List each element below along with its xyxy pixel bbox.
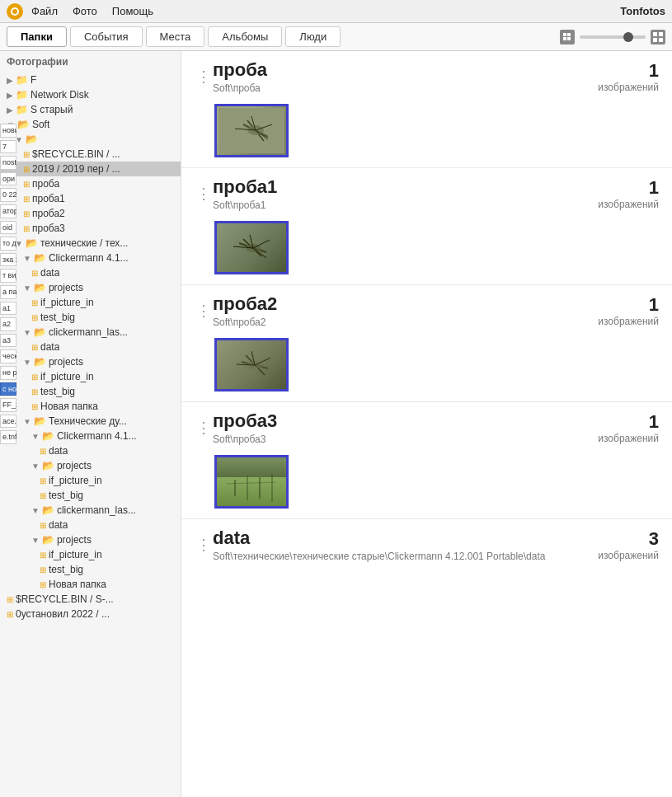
album-thumbnails-proba bbox=[181, 97, 672, 168]
sidebar-item-label: data bbox=[49, 519, 68, 531]
grid-icon: ⊞ bbox=[31, 298, 38, 307]
sidebar-item-if-picture-in4[interactable]: ⊞ if_picture_in bbox=[0, 547, 181, 562]
album-count-proba2: 1 изображений bbox=[598, 294, 659, 327]
sidebar-item-s-staryy[interactable]: ▶ 📁 S старый bbox=[0, 102, 181, 117]
content-area: ⋮ проба Soft\проба 1 изображений bbox=[181, 51, 672, 797]
sidebar-item-test-big2[interactable]: ⊞ test_big bbox=[0, 384, 181, 399]
sidebar-item-test-big3[interactable]: ⊞ test_big bbox=[0, 488, 181, 503]
tooltip-text: oid bbox=[0, 221, 16, 235]
album-count-label-data: изображений bbox=[598, 550, 659, 561]
album-menu-proba3[interactable]: ⋮ bbox=[195, 417, 213, 438]
thumbnail-proba3-0[interactable] bbox=[214, 455, 289, 509]
grid-icon: ⊞ bbox=[40, 551, 46, 560]
thumbnail-proba-0[interactable] bbox=[214, 104, 289, 157]
album-info-proba2: проба2 Soft\проба2 bbox=[213, 293, 598, 328]
sidebar-item-soft-sub[interactable]: ▼ 📂 bbox=[0, 132, 181, 147]
menu-help[interactable]: Помощь bbox=[109, 3, 157, 19]
sidebar-item-proba[interactable]: ⊞ проба bbox=[0, 176, 181, 191]
sidebar-item-novaya-papka1[interactable]: ⊞ Новая папка bbox=[0, 399, 181, 414]
svg-rect-5 bbox=[567, 37, 571, 40]
sidebar-item-recycle-s[interactable]: ⊞ $RECYCLE.BIN / S-... bbox=[0, 592, 181, 607]
sidebar-item-label: проба1 bbox=[32, 193, 65, 204]
svg-rect-7 bbox=[659, 32, 663, 36]
sidebar-item-novaya-papka2[interactable]: ⊞ Новая папка bbox=[0, 577, 181, 592]
sidebar-item-projects1[interactable]: ▼ 📂 projects bbox=[0, 280, 181, 295]
expand-icon: ▶ bbox=[7, 76, 13, 85]
sidebar-item-label: clickermann_las... bbox=[49, 326, 128, 338]
tab-albums[interactable]: Альбомы bbox=[208, 26, 282, 47]
sidebar-item-label: F bbox=[31, 74, 36, 86]
album-thumbnails-proba1 bbox=[181, 214, 672, 285]
zoom-slider-thumb[interactable] bbox=[623, 32, 633, 42]
folder-open-icon: 📂 bbox=[17, 119, 30, 130]
menu-photo[interactable]: Фото bbox=[69, 3, 101, 19]
sidebar-item-clickermann-41[interactable]: ▼ 📂 Clickermann 4.1... bbox=[0, 251, 181, 265]
sidebar-item-clickermann-412[interactable]: ▼ 📂 Clickermann 4.1... bbox=[0, 429, 181, 443]
sidebar-item-proba1[interactable]: ⊞ проба1 bbox=[0, 191, 181, 206]
zoom-small-icon bbox=[560, 30, 575, 45]
sidebar-item-if-picture-in1[interactable]: ⊞ if_picture_in bbox=[0, 295, 181, 310]
menu-file[interactable]: Файл bbox=[28, 3, 61, 19]
sidebar-item-projects3[interactable]: ▼ 📂 projects bbox=[0, 458, 181, 473]
sidebar-item-test-big1[interactable]: ⊞ test_big bbox=[0, 310, 181, 325]
tab-places[interactable]: Места bbox=[146, 26, 205, 47]
tooltip-text: 0 22. bbox=[0, 188, 16, 202]
zoom-slider[interactable] bbox=[580, 35, 646, 39]
album-menu-proba2[interactable]: ⋮ bbox=[195, 300, 213, 321]
expand-icon: ▶ bbox=[7, 105, 13, 115]
sidebar-item-recycle-bin[interactable]: ⊞ $RECYCLE.BIN / ... bbox=[0, 147, 181, 162]
svg-rect-9 bbox=[659, 38, 663, 42]
album-menu-proba1[interactable]: ⋮ bbox=[195, 183, 213, 204]
grid-icon: ⊞ bbox=[31, 343, 38, 352]
sidebar-item-if-picture-in3[interactable]: ⊞ if_picture_in bbox=[0, 473, 181, 488]
tooltip-text: ace.bcl bbox=[0, 415, 16, 429]
album-menu-data[interactable]: ⋮ bbox=[195, 534, 213, 556]
sidebar-item-soft[interactable]: ▼ 📂 Soft bbox=[0, 117, 181, 132]
tooltip-text: а пап bbox=[0, 285, 16, 299]
tooltip-text: атор bbox=[0, 204, 16, 218]
folder-open-icon: 📂 bbox=[34, 252, 46, 264]
sidebar-item-ustanovil-2022[interactable]: ⊞ 0установил 2022 / ... bbox=[0, 607, 181, 621]
grid-icon: ⊞ bbox=[7, 595, 13, 604]
sidebar-item-label: проба3 bbox=[32, 223, 65, 234]
album-path-proba3: Soft\проба3 bbox=[213, 434, 598, 445]
sidebar-item-network-disk[interactable]: ▶ 📁 Network Disk bbox=[0, 87, 181, 102]
sidebar-item-if-picture-in2[interactable]: ⊞ if_picture_in bbox=[0, 369, 181, 384]
grid-icon: ⊞ bbox=[40, 565, 46, 574]
svg-rect-6 bbox=[653, 32, 657, 36]
sidebar-item-data1[interactable]: ⊞ data bbox=[0, 265, 181, 280]
svg-rect-2 bbox=[563, 33, 566, 36]
sidebar-item-label: test_big bbox=[40, 386, 75, 397]
album-menu-proba[interactable]: ⋮ bbox=[195, 66, 213, 87]
tab-people[interactable]: Люди bbox=[285, 26, 341, 47]
tab-folders[interactable]: Папки bbox=[7, 26, 67, 47]
sidebar-item-clickermann-las1[interactable]: ▼ 📂 clickermann_las... bbox=[0, 325, 181, 340]
album-section-proba2: ⋮ проба2 Soft\проба2 1 изображений bbox=[181, 285, 672, 402]
sidebar-item-projects2[interactable]: ▼ 📂 projects bbox=[0, 354, 181, 369]
sidebar-item-F[interactable]: ▶ 📁 F bbox=[0, 73, 181, 87]
tab-events[interactable]: События bbox=[70, 26, 143, 47]
grid-icon: ⊞ bbox=[23, 150, 30, 159]
album-thumbnails-proba2 bbox=[181, 331, 672, 402]
sidebar-item-data3[interactable]: ⊞ data bbox=[0, 443, 181, 458]
album-header-proba: ⋮ проба Soft\проба 1 изображений bbox=[181, 51, 672, 97]
sidebar-item-label: projects bbox=[49, 356, 83, 368]
grid-icon: ⊞ bbox=[31, 373, 38, 382]
grid-icon: ⊞ bbox=[23, 180, 30, 189]
sidebar-item-proba2[interactable]: ⊞ проба2 bbox=[0, 206, 181, 221]
sidebar-item-tech-du[interactable]: ▼ 📂 Технические ду... bbox=[0, 414, 181, 429]
sidebar-item-label: $RECYCLE.BIN / ... bbox=[32, 148, 120, 160]
sidebar-item-clickermann-las2[interactable]: ▼ 📂 clickermann_las... bbox=[0, 503, 181, 518]
sidebar-item-data4[interactable]: ⊞ data bbox=[0, 518, 181, 532]
sidebar-item-data2[interactable]: ⊞ data bbox=[0, 340, 181, 354]
expand-icon: ▼ bbox=[31, 506, 40, 515]
thumbnail-proba2-0[interactable] bbox=[214, 338, 289, 391]
sidebar-item-label: Clickermann 4.1... bbox=[49, 252, 129, 264]
thumbnail-proba1-0[interactable] bbox=[214, 221, 289, 274]
sidebar-item-tech[interactable]: ▼ 📂 технические / тех... bbox=[0, 236, 181, 251]
grid-icon: ⊞ bbox=[31, 402, 38, 411]
sidebar-item-test-big4[interactable]: ⊞ test_big bbox=[0, 562, 181, 577]
sidebar-item-2019[interactable]: ⊞ 2019 / 2019 пер / ... bbox=[0, 162, 181, 176]
sidebar-item-projects4[interactable]: ▼ 📂 projects bbox=[0, 532, 181, 547]
sidebar-item-proba3[interactable]: ⊞ проба3 bbox=[0, 221, 181, 236]
